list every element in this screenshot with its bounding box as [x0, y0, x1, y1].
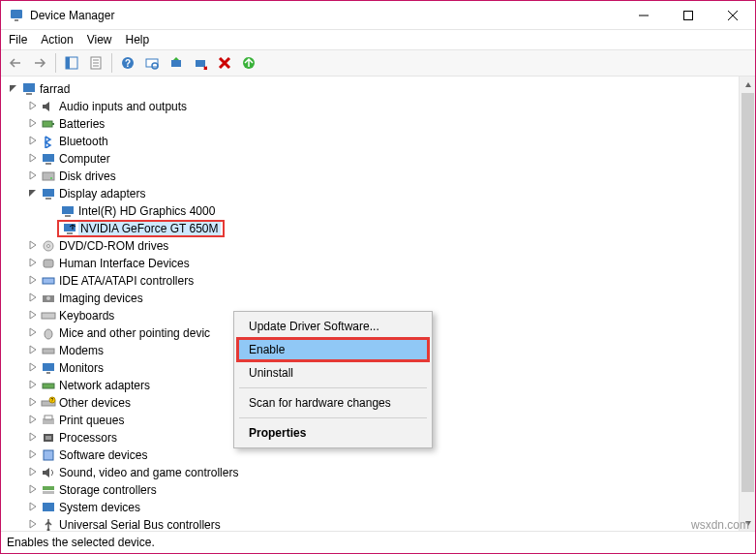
- scroll-up-button[interactable]: [740, 77, 755, 93]
- scan-hardware-button[interactable]: [141, 52, 163, 74]
- tree-item-ide[interactable]: IDE ATA/ATAPI controllers: [3, 272, 739, 290]
- expand-twist-icon[interactable]: [26, 310, 40, 322]
- svg-rect-32: [65, 215, 71, 217]
- system-icon: [40, 500, 57, 515]
- tree-item-label: Modems: [57, 344, 106, 357]
- expand-twist-icon[interactable]: [26, 415, 40, 426]
- expand-twist-icon[interactable]: [26, 519, 40, 531]
- expand-twist-icon[interactable]: [26, 136, 40, 147]
- usb-icon: [40, 517, 57, 531]
- tree-item-computer[interactable]: Computer: [3, 150, 739, 168]
- expand-twist-icon[interactable]: [26, 240, 40, 252]
- svg-rect-54: [44, 450, 53, 460]
- back-button[interactable]: [5, 52, 26, 74]
- tree-item-intel[interactable]: Intel(R) HD Graphics 4000: [3, 202, 739, 220]
- expand-twist-icon[interactable]: [26, 292, 40, 304]
- tree-item-label: Batteries: [57, 117, 106, 131]
- disable-button[interactable]: [214, 52, 235, 74]
- forward-button[interactable]: [29, 52, 50, 74]
- scroll-down-button[interactable]: [740, 514, 755, 531]
- svg-rect-23: [43, 121, 52, 127]
- expand-twist-icon[interactable]: [7, 83, 20, 95]
- tree-item-label: IDE ATA/ATAPI controllers: [57, 274, 196, 288]
- tree-item-nvidia[interactable]: NVIDIA GeForce GT 650M: [3, 220, 739, 237]
- expand-twist-icon[interactable]: [26, 380, 40, 391]
- expand-twist-icon[interactable]: [26, 170, 40, 182]
- expand-twist-icon[interactable]: [26, 484, 40, 496]
- expand-twist-icon[interactable]: [26, 275, 40, 287]
- ctx-properties[interactable]: Properties: [237, 421, 429, 445]
- modems-icon: [40, 343, 57, 358]
- expand-twist-icon[interactable]: [26, 345, 40, 356]
- help-button[interactable]: ?: [117, 52, 138, 74]
- expand-twist-icon[interactable]: [26, 153, 40, 165]
- expand-twist-icon[interactable]: [26, 449, 40, 461]
- device-tree[interactable]: farrad Audio inputs and outputs Batterie…: [1, 77, 739, 531]
- maximize-button[interactable]: [666, 1, 711, 29]
- svg-point-42: [45, 329, 52, 339]
- tree-item-sound[interactable]: Sound, video and game controllers: [3, 464, 739, 481]
- tree-item-display[interactable]: Display adapters: [3, 185, 739, 202]
- minimize-button[interactable]: [621, 1, 666, 29]
- svg-rect-44: [43, 363, 54, 371]
- menu-file[interactable]: File: [9, 33, 27, 46]
- uninstall-button[interactable]: [190, 52, 211, 74]
- processors-icon: [40, 430, 57, 446]
- ctx-uninstall[interactable]: Uninstall: [237, 361, 429, 385]
- expand-twist-icon[interactable]: [26, 258, 40, 269]
- properties-button[interactable]: [85, 52, 106, 74]
- status-bar: Enables the selected device.: [1, 532, 755, 553]
- tree-item-audio[interactable]: Audio inputs and outputs: [3, 98, 739, 115]
- close-button[interactable]: [711, 1, 755, 29]
- display-adapter-icon: [59, 203, 76, 219]
- expand-twist-icon[interactable]: [26, 327, 40, 339]
- svg-rect-37: [44, 260, 53, 267]
- tree-item-software[interactable]: Software devices: [3, 446, 739, 464]
- vertical-scrollbar[interactable]: [739, 77, 755, 531]
- expand-twist-icon[interactable]: [26, 118, 40, 130]
- svg-text:?: ?: [51, 397, 54, 403]
- tree-item-hid[interactable]: Human Interface Devices: [3, 255, 739, 272]
- tree-item-batteries[interactable]: Batteries: [3, 115, 739, 133]
- tree-item-imaging[interactable]: Imaging devices: [3, 290, 739, 307]
- svg-rect-26: [45, 163, 51, 165]
- menu-action[interactable]: Action: [41, 33, 73, 46]
- ctx-scan[interactable]: Scan for hardware changes: [237, 391, 429, 415]
- svg-rect-24: [52, 123, 54, 125]
- expand-twist-icon[interactable]: [26, 432, 40, 444]
- svg-rect-3: [684, 11, 693, 19]
- expand-twist-icon[interactable]: [26, 467, 40, 478]
- tree-item-label: NVIDIA GeForce GT 650M: [78, 222, 221, 235]
- enable-button[interactable]: [238, 52, 259, 74]
- svg-rect-21: [23, 83, 35, 92]
- tree-root[interactable]: farrad: [3, 80, 739, 98]
- root-label: farrad: [38, 82, 72, 96]
- svg-point-58: [47, 529, 50, 532]
- client-area: farrad Audio inputs and outputs Batterie…: [1, 77, 755, 532]
- tree-item-system[interactable]: System devices: [3, 499, 739, 516]
- tree-item-dvd[interactable]: DVD/CD-ROM drives: [3, 237, 739, 255]
- menu-view[interactable]: View: [87, 33, 112, 46]
- menu-help[interactable]: Help: [126, 33, 150, 46]
- tree-item-label: Imaging devices: [57, 292, 145, 305]
- tree-item-disk[interactable]: Disk drives: [3, 168, 739, 185]
- tree-item-usb[interactable]: Universal Serial Bus controllers: [3, 516, 739, 531]
- svg-rect-57: [43, 503, 54, 511]
- expand-twist-icon[interactable]: [26, 101, 40, 112]
- ctx-enable[interactable]: Enable: [237, 338, 429, 361]
- keyboards-icon: [40, 308, 57, 323]
- device-manager-window: Device Manager File Action View Help ?: [0, 0, 756, 554]
- update-driver-button[interactable]: [166, 52, 187, 74]
- ctx-update-driver[interactable]: Update Driver Software...: [237, 315, 429, 338]
- svg-rect-7: [66, 57, 70, 69]
- tree-item-storage[interactable]: Storage controllers: [3, 481, 739, 499]
- expand-twist-icon[interactable]: [26, 502, 40, 513]
- show-hide-console-button[interactable]: [61, 52, 82, 74]
- tree-item-bluetooth[interactable]: Bluetooth: [3, 133, 739, 150]
- scroll-thumb[interactable]: [741, 93, 754, 492]
- svg-rect-22: [26, 93, 32, 95]
- tree-item-label: Human Interface Devices: [57, 257, 192, 270]
- expand-twist-icon[interactable]: [26, 362, 40, 374]
- expand-twist-icon[interactable]: [26, 397, 40, 409]
- collapse-twist-icon[interactable]: [26, 188, 40, 200]
